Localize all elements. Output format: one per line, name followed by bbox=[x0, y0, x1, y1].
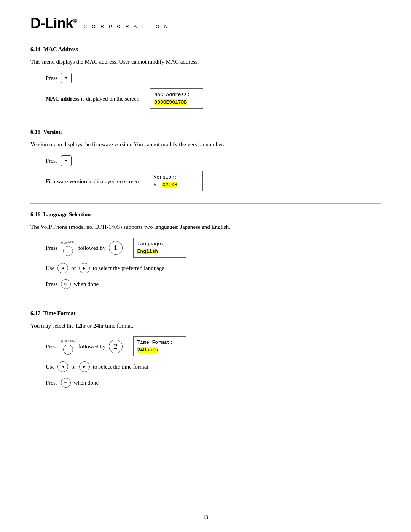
mute-label-617: Mute/Func bbox=[61, 337, 75, 345]
section-version: 6.15 Version Version menu displays the f… bbox=[30, 129, 381, 204]
section-614-intro: This menu displays the MAC address. User… bbox=[30, 57, 381, 66]
section-616-title: 6.16 Language Selection bbox=[30, 211, 381, 218]
section-614-title: 6.14 MAC Address bbox=[30, 46, 381, 53]
list-item-617-1: Press Mute/Func followed by 2 Time Forma… bbox=[46, 336, 381, 356]
list-item-615-1: Press ▼ bbox=[46, 155, 381, 166]
press-label-615: Press bbox=[46, 155, 58, 166]
section-615-list: Press ▼ Firmware version is displayed on… bbox=[46, 155, 381, 191]
list-item-615-2: Firmware version is displayed on screen … bbox=[46, 171, 381, 191]
logo-text: D-Link bbox=[30, 15, 73, 31]
press-label-617-3: Press bbox=[46, 377, 58, 388]
mac-bullet2-suffix: is displayed on the screen bbox=[81, 96, 139, 102]
reg-symbol: ® bbox=[73, 18, 76, 24]
mac-lcd-line2: 00D0E9017DB bbox=[154, 99, 187, 105]
version-lcd-line2-prefix: V: bbox=[154, 182, 162, 188]
press-label-616-1: Press bbox=[46, 242, 58, 254]
down-button-614[interactable]: ▼ bbox=[61, 73, 72, 83]
number-button-2-617[interactable]: 2 bbox=[109, 340, 123, 353]
section-time-format: 6.17 Time Format You may select the 12hr… bbox=[30, 310, 381, 401]
left-button-617[interactable]: ◄ bbox=[57, 361, 68, 372]
ok-button-617[interactable]: ok bbox=[61, 378, 71, 388]
when-done-617: when done bbox=[74, 377, 99, 388]
use-label-617: Use bbox=[46, 361, 54, 372]
section-617-title: 6.17 Time Format bbox=[30, 310, 381, 316]
press-label-614: Press bbox=[46, 72, 58, 84]
press-label-616-3: Press bbox=[46, 278, 58, 290]
use-label-616: Use bbox=[46, 262, 54, 274]
list-item-614-2: MAC address is displayed on the screen M… bbox=[46, 88, 381, 109]
section-615-intro: Version menu displays the firmware versi… bbox=[30, 140, 381, 149]
page-number: 13 bbox=[203, 514, 208, 520]
mute-circle-617 bbox=[63, 345, 73, 355]
page-footer: 13 bbox=[0, 511, 411, 521]
time-format-lcd-box: Time Format: 24Hours bbox=[133, 336, 186, 356]
section-616-list: Press Mute/Func followed by 1 Language: … bbox=[46, 238, 381, 290]
version-lcd-value: 02.08 bbox=[162, 182, 177, 188]
followed-by-617: followed by bbox=[78, 341, 105, 352]
mute-button-617[interactable]: Mute/Func bbox=[61, 338, 75, 355]
version-bullet2-text: Firmware version is displayed on screen bbox=[46, 176, 139, 187]
language-select-suffix: to select the preferred language bbox=[93, 262, 164, 274]
mac-lcd-line1: MAC Address: bbox=[154, 92, 190, 97]
section-615-title: 6.15 Version bbox=[30, 129, 381, 135]
section-617-intro: You may select the 12hr or 24hr time for… bbox=[30, 321, 381, 330]
time-format-lcd-value: 24Hours bbox=[137, 347, 158, 353]
mute-circle-616 bbox=[63, 246, 73, 256]
version-lcd-box: Version: V: 02.08 bbox=[150, 171, 203, 191]
section-614-list: Press ▼ MAC address is displayed on the … bbox=[46, 72, 381, 109]
section-mac-address: 6.14 MAC Address This menu displays the … bbox=[30, 46, 381, 121]
corporation-text: C O R P O R A T I O N bbox=[84, 24, 170, 29]
list-item-617-3: Press ok when done bbox=[46, 377, 381, 388]
section-616-intro: The VoIP Phone (model no. DPH-140S) supp… bbox=[30, 222, 381, 232]
when-done-616: when done bbox=[74, 278, 99, 290]
time-format-lcd-line1: Time Format: bbox=[137, 340, 173, 345]
mac-bullet2-text: MAC address is displayed on the screen bbox=[46, 93, 139, 104]
or-label-616: or bbox=[71, 262, 76, 274]
mute-label-616: Mute/Func bbox=[61, 239, 75, 246]
version-bullet2-suffix: is displayed on screen bbox=[89, 178, 139, 184]
list-item-614-1: Press ▼ bbox=[46, 72, 381, 84]
section-617-list: Press Mute/Func followed by 2 Time Forma… bbox=[46, 336, 381, 388]
right-button-617[interactable]: ► bbox=[79, 361, 90, 372]
time-format-select-suffix: to select the time format bbox=[93, 361, 148, 372]
header: D-Link® C O R P O R A T I O N bbox=[30, 15, 381, 35]
language-lcd-value: English bbox=[137, 249, 158, 254]
list-item-617-2: Use ◄ or ► to select the time format bbox=[46, 361, 381, 372]
page: D-Link® C O R P O R A T I O N 6.14 MAC A… bbox=[0, 0, 411, 532]
list-item-616-1: Press Mute/Func followed by 1 Language: … bbox=[46, 238, 381, 258]
version-lcd-line1: Version: bbox=[154, 174, 177, 180]
press-label-617-1: Press bbox=[46, 341, 58, 352]
down-button-615[interactable]: ▼ bbox=[61, 155, 72, 166]
language-lcd-line1: Language: bbox=[137, 241, 164, 247]
ok-button-616[interactable]: ok bbox=[61, 279, 71, 289]
mac-lcd-box: MAC Address: 00D0E9017DB bbox=[150, 88, 203, 109]
number-button-1-616[interactable]: 1 bbox=[109, 241, 123, 255]
mute-button-616[interactable]: Mute/Func bbox=[61, 240, 75, 256]
section-language: 6.16 Language Selection The VoIP Phone (… bbox=[30, 211, 381, 302]
left-button-616[interactable]: ◄ bbox=[57, 263, 68, 273]
logo: D-Link® bbox=[30, 15, 77, 32]
language-lcd-box: Language: English bbox=[133, 238, 186, 258]
right-button-616[interactable]: ► bbox=[79, 263, 90, 273]
or-label-617: or bbox=[71, 361, 76, 372]
followed-by-616: followed by bbox=[78, 242, 105, 254]
list-item-616-3: Press ok when done bbox=[46, 278, 381, 290]
list-item-616-2: Use ◄ or ► to select the preferred langu… bbox=[46, 262, 381, 274]
